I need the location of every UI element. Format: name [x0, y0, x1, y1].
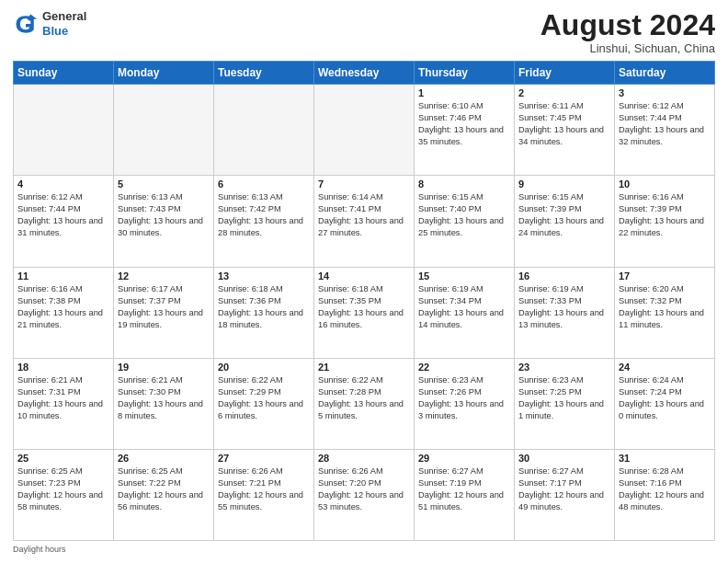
day-info: Sunrise: 6:21 AMSunset: 7:31 PMDaylight:… [17, 374, 109, 422]
day-number: 19 [118, 362, 210, 373]
table-row: 27Sunrise: 6:26 AMSunset: 7:21 PMDayligh… [214, 449, 314, 540]
logo-text: General Blue [42, 9, 86, 38]
col-sunday: Sunday [14, 62, 114, 85]
day-info: Sunrise: 6:25 AMSunset: 7:22 PMDaylight:… [118, 465, 210, 513]
table-row: 7Sunrise: 6:14 AMSunset: 7:41 PMDaylight… [314, 176, 415, 267]
day-info: Sunrise: 6:19 AMSunset: 7:34 PMDaylight:… [418, 283, 510, 331]
day-info: Sunrise: 6:25 AMSunset: 7:23 PMDaylight:… [17, 465, 109, 513]
calendar-week-row: 11Sunrise: 6:16 AMSunset: 7:38 PMDayligh… [14, 267, 715, 358]
table-row: 9Sunrise: 6:15 AMSunset: 7:39 PMDaylight… [515, 176, 615, 267]
day-number: 6 [218, 178, 310, 190]
day-number: 25 [17, 453, 109, 464]
table-row: 26Sunrise: 6:25 AMSunset: 7:22 PMDayligh… [114, 449, 214, 540]
day-info: Sunrise: 6:23 AMSunset: 7:25 PMDaylight:… [518, 374, 610, 422]
logo-blue: Blue [42, 24, 86, 39]
table-row: 23Sunrise: 6:23 AMSunset: 7:25 PMDayligh… [515, 358, 615, 449]
day-number: 8 [418, 178, 510, 190]
day-number: 5 [118, 178, 210, 190]
day-number: 1 [418, 87, 510, 98]
table-row [214, 85, 314, 176]
day-info: Sunrise: 6:13 AMSunset: 7:42 PMDaylight:… [218, 191, 310, 239]
day-number: 9 [518, 178, 610, 190]
day-number: 16 [518, 270, 610, 282]
day-number: 10 [619, 178, 711, 190]
day-info: Sunrise: 6:20 AMSunset: 7:32 PMDaylight:… [619, 283, 711, 331]
table-row: 22Sunrise: 6:23 AMSunset: 7:26 PMDayligh… [415, 358, 515, 449]
table-row: 11Sunrise: 6:16 AMSunset: 7:38 PMDayligh… [14, 267, 114, 358]
day-info: Sunrise: 6:15 AMSunset: 7:40 PMDaylight:… [418, 191, 510, 239]
day-info: Sunrise: 6:19 AMSunset: 7:33 PMDaylight:… [518, 283, 610, 331]
day-number: 4 [17, 178, 109, 190]
table-row: 18Sunrise: 6:21 AMSunset: 7:31 PMDayligh… [14, 358, 114, 449]
day-info: Sunrise: 6:17 AMSunset: 7:37 PMDaylight:… [118, 283, 210, 331]
calendar-table: Sunday Monday Tuesday Wednesday Thursday… [13, 61, 715, 541]
day-number: 23 [518, 362, 610, 373]
day-info: Sunrise: 6:15 AMSunset: 7:39 PMDaylight:… [518, 191, 610, 239]
table-row: 8Sunrise: 6:15 AMSunset: 7:40 PMDaylight… [415, 176, 515, 267]
table-row: 6Sunrise: 6:13 AMSunset: 7:42 PMDaylight… [214, 176, 314, 267]
day-number: 2 [518, 87, 610, 98]
day-info: Sunrise: 6:16 AMSunset: 7:38 PMDaylight:… [17, 283, 109, 331]
day-info: Sunrise: 6:28 AMSunset: 7:16 PMDaylight:… [619, 465, 711, 513]
table-row: 1Sunrise: 6:10 AMSunset: 7:46 PMDaylight… [415, 85, 515, 176]
col-saturday: Saturday [615, 62, 715, 85]
day-number: 21 [318, 362, 410, 373]
day-number: 27 [218, 453, 310, 464]
day-info: Sunrise: 6:18 AMSunset: 7:35 PMDaylight:… [318, 283, 410, 331]
day-info: Sunrise: 6:21 AMSunset: 7:30 PMDaylight:… [118, 374, 210, 422]
day-info: Sunrise: 6:10 AMSunset: 7:46 PMDaylight:… [418, 100, 510, 148]
day-number: 30 [518, 453, 610, 464]
calendar-week-row: 25Sunrise: 6:25 AMSunset: 7:23 PMDayligh… [14, 449, 715, 540]
table-row: 24Sunrise: 6:24 AMSunset: 7:24 PMDayligh… [615, 358, 715, 449]
day-number: 24 [619, 362, 711, 373]
table-row: 12Sunrise: 6:17 AMSunset: 7:37 PMDayligh… [114, 267, 214, 358]
day-info: Sunrise: 6:14 AMSunset: 7:41 PMDaylight:… [318, 191, 410, 239]
calendar-week-row: 4Sunrise: 6:12 AMSunset: 7:44 PMDaylight… [14, 176, 715, 267]
calendar-week-row: 18Sunrise: 6:21 AMSunset: 7:31 PMDayligh… [14, 358, 715, 449]
table-row: 5Sunrise: 6:13 AMSunset: 7:43 PMDaylight… [114, 176, 214, 267]
table-row: 17Sunrise: 6:20 AMSunset: 7:32 PMDayligh… [615, 267, 715, 358]
table-row: 20Sunrise: 6:22 AMSunset: 7:29 PMDayligh… [214, 358, 314, 449]
day-number: 20 [218, 362, 310, 373]
logo-general: General [42, 9, 86, 24]
day-number: 12 [118, 270, 210, 282]
day-number: 15 [418, 270, 510, 282]
table-row: 28Sunrise: 6:26 AMSunset: 7:20 PMDayligh… [314, 449, 415, 540]
day-info: Sunrise: 6:11 AMSunset: 7:45 PMDaylight:… [518, 100, 610, 148]
table-row: 2Sunrise: 6:11 AMSunset: 7:45 PMDaylight… [515, 85, 615, 176]
page: General Blue August 2024 Linshui, Sichua… [0, 0, 728, 563]
day-number: 11 [17, 270, 109, 282]
table-row: 29Sunrise: 6:27 AMSunset: 7:19 PMDayligh… [415, 449, 515, 540]
header: General Blue August 2024 Linshui, Sichua… [13, 9, 715, 55]
day-info: Sunrise: 6:18 AMSunset: 7:36 PMDaylight:… [218, 283, 310, 331]
day-number: 28 [318, 453, 410, 464]
day-number: 3 [619, 87, 711, 98]
month-title: August 2024 [540, 9, 715, 41]
table-row: 25Sunrise: 6:25 AMSunset: 7:23 PMDayligh… [14, 449, 114, 540]
table-row [314, 85, 415, 176]
footer-note: Daylight hours [13, 545, 715, 554]
table-row: 30Sunrise: 6:27 AMSunset: 7:17 PMDayligh… [515, 449, 615, 540]
location: Linshui, Sichuan, China [540, 41, 715, 55]
table-row: 13Sunrise: 6:18 AMSunset: 7:36 PMDayligh… [214, 267, 314, 358]
title-block: August 2024 Linshui, Sichuan, China [540, 9, 715, 55]
table-row: 10Sunrise: 6:16 AMSunset: 7:39 PMDayligh… [615, 176, 715, 267]
day-info: Sunrise: 6:24 AMSunset: 7:24 PMDaylight:… [619, 374, 711, 422]
calendar-header-row: Sunday Monday Tuesday Wednesday Thursday… [14, 62, 715, 85]
table-row: 15Sunrise: 6:19 AMSunset: 7:34 PMDayligh… [415, 267, 515, 358]
calendar-week-row: 1Sunrise: 6:10 AMSunset: 7:46 PMDaylight… [14, 85, 715, 176]
day-info: Sunrise: 6:13 AMSunset: 7:43 PMDaylight:… [118, 191, 210, 239]
day-info: Sunrise: 6:26 AMSunset: 7:20 PMDaylight:… [318, 465, 410, 513]
col-thursday: Thursday [415, 62, 515, 85]
table-row [14, 85, 114, 176]
table-row: 16Sunrise: 6:19 AMSunset: 7:33 PMDayligh… [515, 267, 615, 358]
col-friday: Friday [515, 62, 615, 85]
day-info: Sunrise: 6:22 AMSunset: 7:28 PMDaylight:… [318, 374, 410, 422]
table-row: 4Sunrise: 6:12 AMSunset: 7:44 PMDaylight… [14, 176, 114, 267]
col-wednesday: Wednesday [314, 62, 415, 85]
day-number: 18 [17, 362, 109, 373]
day-info: Sunrise: 6:12 AMSunset: 7:44 PMDaylight:… [619, 100, 711, 148]
day-info: Sunrise: 6:23 AMSunset: 7:26 PMDaylight:… [418, 374, 510, 422]
day-info: Sunrise: 6:26 AMSunset: 7:21 PMDaylight:… [218, 465, 310, 513]
table-row: 31Sunrise: 6:28 AMSunset: 7:16 PMDayligh… [615, 449, 715, 540]
